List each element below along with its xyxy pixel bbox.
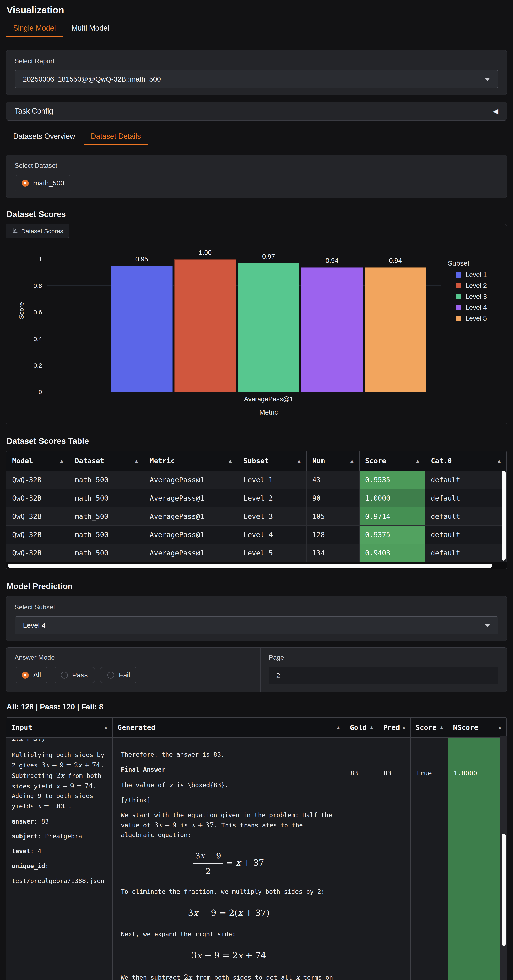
cell-score: 0.9375 <box>359 526 425 544</box>
radio-icon <box>22 180 29 187</box>
cell-subset: Level 5 <box>238 544 307 562</box>
legend-label: Level 4 <box>465 304 487 311</box>
select-report-value: 20250306_181550@@QwQ-32B::math_500 <box>23 75 161 83</box>
paragraph: level: 4 <box>12 846 107 856</box>
cell-metric: AveragePass@1 <box>144 544 238 562</box>
select-report-dropdown[interactable]: 20250306_181550@@QwQ-32B::math_500 <box>14 70 499 88</box>
sort-asc-icon: ▲ <box>351 458 353 464</box>
radio-fail[interactable]: Fail <box>100 667 137 683</box>
bar-level-3[interactable] <box>238 263 299 392</box>
legend-item-level-1[interactable]: Level 1 <box>456 271 499 278</box>
y-tick-label: 0 <box>38 388 42 395</box>
bar-level-1[interactable] <box>111 266 173 392</box>
cell-dataset: math_500 <box>69 489 144 508</box>
cell-subset: Level 3 <box>238 508 307 526</box>
model-prediction-heading: Model Prediction <box>6 582 507 591</box>
answer-mode-group: Answer Mode AllPassFail <box>6 648 260 692</box>
column-header-generated[interactable]: Generated▲ <box>113 718 345 738</box>
legend-item-level-3[interactable]: Level 3 <box>456 293 499 301</box>
tab-dataset-details[interactable]: Dataset Details <box>84 130 148 145</box>
cell-cat-0: default <box>425 471 507 489</box>
cell-subset: Level 2 <box>238 489 307 508</box>
legend-label: Level 5 <box>465 315 487 322</box>
collapse-arrow-icon: ◀ <box>493 107 499 115</box>
radio-label: math_500 <box>33 179 64 187</box>
radio-math-500[interactable]: math_500 <box>14 175 71 191</box>
column-header-model[interactable]: Model▲ <box>6 451 69 471</box>
chart-label-text: Dataset Scores <box>21 228 63 235</box>
cell-metric: AveragePass@1 <box>144 489 238 508</box>
answer-mode-page-row: Answer Mode AllPassFail Page 2 <box>6 648 507 692</box>
chart-label-chip[interactable]: Dataset Scores <box>6 224 69 238</box>
cell-dataset: math_500 <box>69 508 144 526</box>
dataset-scores-table-heading: Dataset Scores Table <box>6 436 507 446</box>
select-dataset-panel: Select Dataset math_500 <box>6 154 507 198</box>
radio-all[interactable]: All <box>14 667 48 683</box>
cell-dataset: math_500 <box>69 526 144 544</box>
app-root: Visualization Single ModelMulti Model Se… <box>0 0 513 980</box>
answer-mode-label: Answer Mode <box>14 654 252 661</box>
legend-item-level-5[interactable]: Level 5 <box>456 315 499 322</box>
sort-asc-icon: ▲ <box>370 725 373 730</box>
legend-label: Level 3 <box>465 293 487 301</box>
paragraph: unique_id: <box>12 861 107 871</box>
task-config-accordion[interactable]: Task Config ◀ <box>6 102 507 121</box>
page-group: Page 2 <box>260 648 507 692</box>
table-row: QwQ-32Bmath_500AveragePass@1Level 2901.0… <box>6 489 507 508</box>
cell-metric: AveragePass@1 <box>144 526 238 544</box>
legend-item-level-4[interactable]: Level 4 <box>456 304 499 311</box>
paragraph: We then subtract 2x from both sides to g… <box>121 972 337 980</box>
column-header-score[interactable]: Score▲ <box>411 718 448 738</box>
v-scrollbar-thumb[interactable] <box>502 471 506 560</box>
column-header-cat-0[interactable]: Cat.0▲ <box>425 451 507 471</box>
column-header-metric[interactable]: Metric▲ <box>144 451 238 471</box>
cell-cat-0: default <box>425 544 507 562</box>
bar-level-5[interactable] <box>365 267 426 392</box>
legend-swatch <box>456 283 461 288</box>
bar-level-4[interactable] <box>301 267 363 392</box>
cell-num: 128 <box>307 526 359 544</box>
column-header-dataset[interactable]: Dataset▲ <box>69 451 144 471</box>
legend-item-level-2[interactable]: Level 2 <box>456 282 499 290</box>
task-config-label: Task Config <box>14 107 53 115</box>
radio-icon <box>107 671 114 679</box>
chart-icon <box>12 227 18 235</box>
column-header-input[interactable]: Input▲ <box>6 718 113 738</box>
cell-score: 0.9535 <box>359 471 425 489</box>
tab-single-model[interactable]: Single Model <box>6 22 63 37</box>
paragraph: We start with the equation given in the … <box>121 810 337 840</box>
sort-asc-icon: ▲ <box>416 458 419 464</box>
clipped-line: 2(x + 37) <box>12 739 107 745</box>
table-row: QwQ-32Bmath_500AveragePass@1Level 1430.9… <box>6 471 507 489</box>
column-header-score[interactable]: Score▲ <box>359 451 425 471</box>
dataset-tabbar: Datasets OverviewDataset Details <box>6 130 507 145</box>
tab-datasets-overview[interactable]: Datasets Overview <box>6 130 82 145</box>
dataset-scores-heading: Dataset Scores <box>6 210 507 219</box>
y-tick-label: 1 <box>38 256 42 263</box>
paragraph: The value of x is \boxed{83}. <box>121 780 337 790</box>
bar-plot: 00.20.40.60.810.951.000.970.940.94Averag… <box>48 259 441 392</box>
sort-asc-icon: ▲ <box>297 458 300 464</box>
column-header-num[interactable]: Num▲ <box>307 451 359 471</box>
radio-label: Pass <box>72 671 88 679</box>
column-header-subset[interactable]: Subset▲ <box>238 451 307 471</box>
select-subset-dropdown[interactable]: Level 4 <box>14 616 499 634</box>
h-scrollbar-thumb[interactable] <box>8 563 492 568</box>
radio-pass[interactable]: Pass <box>54 667 95 683</box>
tab-multi-model[interactable]: Multi Model <box>64 22 116 37</box>
paragraph: test/prealgebra/1388.json <box>12 876 107 886</box>
cell-model: QwQ-32B <box>6 489 69 508</box>
v-scrollbar-thumb[interactable] <box>502 834 506 946</box>
bar-value-label: 0.97 <box>262 253 275 260</box>
select-report-label: Select Report <box>14 57 499 65</box>
column-header-gold[interactable]: Gold▲ <box>345 718 378 738</box>
page-input[interactable]: 2 <box>269 667 499 684</box>
v-scrollbar-track <box>500 737 507 980</box>
column-header-pred[interactable]: Pred▲ <box>378 718 411 738</box>
column-header-nscore[interactable]: NScore▲ <box>448 718 507 738</box>
select-subset-label: Select Subset <box>14 603 499 611</box>
bar-level-2[interactable] <box>175 259 236 392</box>
sort-asc-icon: ▲ <box>499 725 502 730</box>
cell-score: True <box>411 738 448 980</box>
legend-label: Level 1 <box>465 271 487 278</box>
